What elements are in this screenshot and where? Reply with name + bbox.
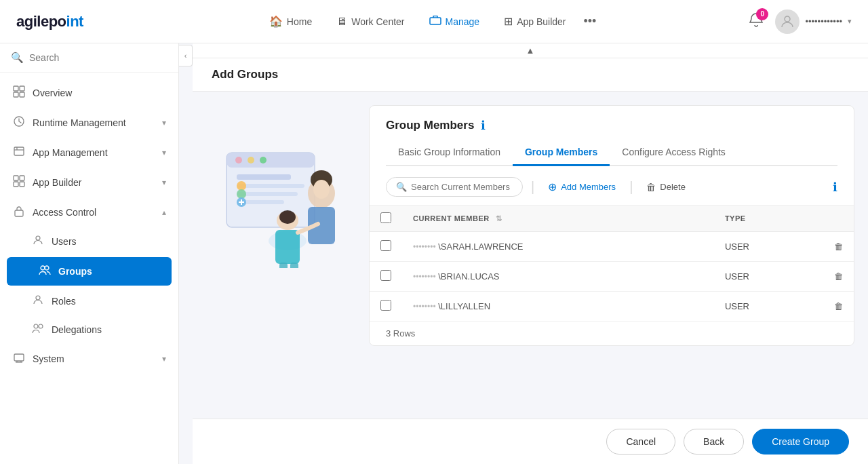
table-row: •••••••• \LILLYALLEN USER 🗑 <box>370 292 854 322</box>
members-table-wrapper: CURRENT MEMBER ⇅ TYPE <box>370 206 854 321</box>
sidebar-item-label: App Builder <box>33 177 81 188</box>
monitor-icon: 🖥 <box>336 16 347 28</box>
form-panel: Group Members ℹ Basic Group Information … <box>369 105 854 346</box>
sidebar-item-overview[interactable]: Overview <box>0 78 178 108</box>
svg-rect-13 <box>20 182 24 187</box>
sidebar-search-icon: 🔍 <box>11 52 24 64</box>
lock-icon <box>12 205 26 220</box>
briefcase-icon <box>429 16 441 28</box>
svg-point-29 <box>260 157 267 163</box>
user-avatar-area[interactable]: •••••••••••• ▾ <box>775 9 852 34</box>
row-1-delete[interactable]: 🗑 <box>823 232 854 262</box>
cancel-button[interactable]: Cancel <box>606 429 675 455</box>
chevron-right-icon: ▾ <box>162 354 166 364</box>
sidebar-item-roles[interactable]: Roles <box>0 287 178 315</box>
nav-app-builder[interactable]: ⊞ App Builder <box>494 9 575 33</box>
svg-rect-14 <box>15 210 23 216</box>
sidebar-item-groups[interactable]: Groups <box>7 257 172 286</box>
page-header: Add Groups <box>193 58 868 92</box>
sidebar-item-access-control[interactable]: Access Control ▴ <box>0 197 178 227</box>
row-2-delete[interactable]: 🗑 <box>823 262 854 292</box>
collapse-chevron-icon: ‹ <box>184 52 187 60</box>
more-options-button[interactable]: ••• <box>581 12 599 31</box>
delegations-icon <box>31 323 45 336</box>
col-header-member: CURRENT MEMBER ⇅ <box>402 206 714 232</box>
svg-point-34 <box>237 181 246 191</box>
nav-home[interactable]: 🏠 Home <box>260 9 321 33</box>
toolbar-divider-2: | <box>629 179 633 195</box>
svg-rect-0 <box>430 18 441 24</box>
sidebar-item-app-builder[interactable]: App Builder ▾ <box>0 168 178 197</box>
sidebar-item-app-management[interactable]: App Management ▾ <box>0 138 178 168</box>
sidebar-item-label: Runtime Management <box>33 117 126 128</box>
sidebar-item-delegations[interactable]: Delegations <box>0 315 178 344</box>
sort-icon[interactable]: ⇅ <box>496 214 502 223</box>
chevron-up-icon: ▴ <box>162 208 166 217</box>
search-members-input[interactable] <box>411 182 513 192</box>
form-area: Group Members ℹ Basic Group Information … <box>193 92 868 419</box>
sidebar-collapse-button[interactable]: ‹ <box>179 45 193 66</box>
chevron-down-icon: ▾ <box>848 17 852 26</box>
nav-work-center[interactable]: 🖥 Work Center <box>327 10 414 33</box>
svg-rect-30 <box>237 174 291 180</box>
svg-rect-10 <box>14 176 18 180</box>
add-members-button[interactable]: ⊕ Add Members <box>542 178 621 196</box>
tab-group-members[interactable]: Group Members <box>513 140 610 166</box>
sidebar-item-label: Roles <box>52 296 76 307</box>
clock-icon <box>12 115 26 130</box>
select-all-checkbox[interactable] <box>380 212 391 223</box>
svg-rect-4 <box>14 92 18 97</box>
nav-links: 🏠 Home 🖥 Work Center Manage ⊞ App Builde… <box>111 9 748 33</box>
overview-icon <box>12 85 26 100</box>
notification-button[interactable]: 0 <box>748 12 764 31</box>
chevron-right-icon: ▾ <box>162 178 166 187</box>
app-management-icon <box>12 145 26 160</box>
avatar <box>775 9 800 34</box>
delete-button[interactable]: 🗑 Delete <box>641 179 691 195</box>
roles-icon <box>31 294 45 308</box>
svg-rect-12 <box>14 182 18 187</box>
create-group-button[interactable]: Create Group <box>752 429 849 455</box>
toolbar-info-icon[interactable]: ℹ <box>833 180 837 195</box>
system-icon <box>12 351 26 366</box>
sidebar-item-label: Delegations <box>52 324 102 335</box>
rows-count: 3 Rows <box>370 321 854 345</box>
sidebar-item-users[interactable]: Users <box>0 227 178 256</box>
sidebar-sub-access-control: Users Groups Roles <box>0 227 178 344</box>
search-members-area[interactable]: 🔍 <box>386 177 523 197</box>
svg-rect-47 <box>279 263 288 268</box>
sidebar-item-system[interactable]: System ▾ <box>0 344 178 374</box>
panel-title: Group Members <box>386 119 474 132</box>
row-1-checkbox[interactable] <box>380 240 391 251</box>
svg-rect-2 <box>14 86 18 91</box>
trash-icon: 🗑 <box>646 182 656 193</box>
row-3-delete[interactable]: 🗑 <box>823 292 854 322</box>
member-type-cell: USER <box>714 262 823 292</box>
member-name-cell: •••••••• \BRIAN.LUCAS <box>402 262 714 292</box>
info-icon[interactable]: ℹ <box>481 118 486 133</box>
sidebar-item-runtime-management[interactable]: Runtime Management ▾ <box>0 108 178 138</box>
collapse-top-bar[interactable]: ▲ <box>193 43 868 58</box>
form-panel-header: Group Members ℹ <box>370 106 854 133</box>
svg-rect-7 <box>14 147 24 155</box>
sidebar-item-label: Access Control <box>33 207 96 218</box>
row-3-checkbox[interactable] <box>380 300 391 311</box>
back-button[interactable]: Back <box>684 429 744 455</box>
table-row: •••••••• \BRIAN.LUCAS USER 🗑 <box>370 262 854 292</box>
sidebar-item-label: Groups <box>58 266 92 277</box>
search-input[interactable] <box>29 52 167 63</box>
home-icon: 🏠 <box>269 15 283 28</box>
tab-configure-access[interactable]: Configure Access Rights <box>610 140 738 166</box>
member-name-cell: •••••••• \SARAH.LAWRENCE <box>402 232 714 262</box>
page-title: Add Groups <box>212 68 278 81</box>
svg-point-1 <box>785 16 790 22</box>
svg-rect-21 <box>14 354 24 361</box>
row-2-checkbox[interactable] <box>380 270 391 281</box>
chevron-up-button[interactable]: ▲ <box>526 45 535 56</box>
sidebar-item-label: App Management <box>33 147 108 158</box>
svg-point-42 <box>313 180 330 199</box>
nav-manage[interactable]: Manage <box>420 10 490 33</box>
svg-point-16 <box>41 266 45 270</box>
svg-point-35 <box>237 189 246 199</box>
tab-basic-info[interactable]: Basic Group Information <box>386 140 513 166</box>
